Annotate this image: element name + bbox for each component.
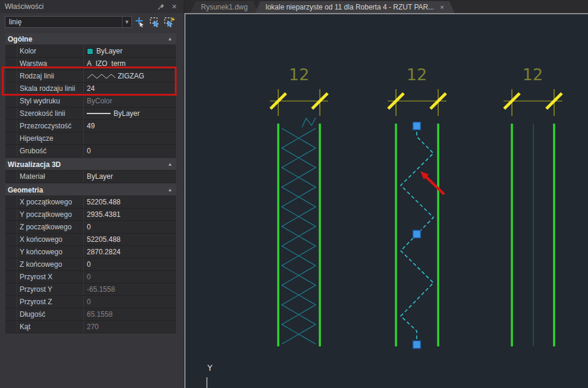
value-text: ByColor: [87, 97, 112, 105]
object-type-select[interactable]: linię ▼: [5, 16, 132, 28]
row-gutter: [5, 58, 17, 70]
property-value[interactable]: 49: [84, 120, 176, 132]
property-row: MateriałByLayer: [5, 171, 176, 183]
palette-toolbar: linię ▼: [0, 13, 184, 31]
close-icon[interactable]: ✕: [169, 2, 179, 11]
value-text: 24: [87, 84, 95, 93]
grip-handle[interactable]: [413, 122, 421, 130]
property-value[interactable]: A_IZO_term: [84, 58, 176, 70]
property-row: Kąt270: [5, 321, 176, 333]
property-row: Przyrost Z0: [5, 296, 176, 308]
drawing-canvas[interactable]: 121212Y: [184, 13, 588, 388]
property-value[interactable]: ByLayer: [84, 45, 176, 57]
property-value[interactable]: 65.1558: [84, 308, 176, 320]
property-value[interactable]: -65.1558: [84, 283, 176, 295]
property-row: Przyrost Y-65.1558: [5, 283, 176, 296]
property-value[interactable]: 24: [84, 83, 176, 94]
property-label: Z końcowego: [17, 258, 84, 270]
property-value[interactable]: 0: [84, 271, 176, 283]
row-gutter: [5, 196, 17, 208]
property-value[interactable]: ByLayer: [84, 108, 176, 119]
property-label: Y końcowego: [17, 246, 84, 258]
object-type-value: linię: [9, 18, 122, 26]
pickadd-toggle-button[interactable]: [133, 15, 147, 29]
grip-handle[interactable]: [413, 231, 421, 238]
property-label: Skala rodzaju linii: [17, 83, 84, 94]
property-value[interactable]: ByColor: [84, 95, 176, 107]
dimension-text: 12: [523, 65, 543, 84]
insulation-hatch[interactable]: [282, 128, 316, 344]
drawing-tab[interactable]: Rysunek1.dwg: [190, 1, 259, 13]
section-title: Wizualizacja 3D: [8, 160, 61, 169]
value-text: 2935.4381: [87, 210, 121, 219]
pin-icon[interactable]: [156, 2, 166, 11]
property-label: X początkowego: [17, 196, 84, 208]
row-gutter: [5, 209, 17, 220]
property-row: Z końcowego0: [5, 258, 176, 271]
property-label: Materiał: [17, 171, 84, 182]
property-value[interactable]: ZIGZAG: [84, 70, 176, 82]
property-value[interactable]: [84, 133, 176, 144]
property-value[interactable]: 2870.2824: [84, 246, 176, 258]
property-value[interactable]: 270: [84, 321, 176, 333]
row-gutter: [5, 145, 17, 157]
quick-select-button[interactable]: [162, 15, 177, 29]
value-text: 49: [87, 122, 95, 130]
row-gutter: [5, 296, 17, 308]
section-header[interactable]: Geometria▲: [5, 184, 176, 196]
property-row: Przyrost X0: [5, 271, 176, 283]
section-header[interactable]: Wizualizacja 3D▲: [5, 159, 176, 171]
value-text: ByLayer: [87, 172, 113, 181]
grip-handle[interactable]: [413, 341, 421, 349]
property-value[interactable]: 52205.488: [84, 196, 176, 208]
select-objects-button[interactable]: [147, 15, 162, 29]
row-gutter: [5, 171, 17, 182]
section-header[interactable]: Ogólne▲: [5, 33, 176, 45]
row-gutter: [5, 95, 17, 107]
drawing-tab[interactable]: lokale nieparzyste od 11 dla Roberta 4 -…: [255, 1, 455, 13]
collapse-icon[interactable]: ▲: [168, 36, 172, 42]
value-text: 0: [87, 147, 91, 155]
property-label: Kolor: [17, 45, 84, 57]
property-label: Szerokość linii: [17, 108, 84, 119]
tab-close-icon[interactable]: ×: [440, 4, 444, 11]
value-text: 0: [87, 223, 91, 231]
collapse-icon[interactable]: ▲: [168, 162, 172, 167]
property-label: Przezroczystość: [17, 120, 84, 132]
property-row: KolorByLayer: [5, 45, 176, 58]
value-text: A_IZO_term: [87, 59, 125, 68]
insulation-hatch[interactable]: [302, 118, 316, 127]
row-gutter: [5, 321, 17, 333]
property-row: Przezroczystość49: [5, 120, 176, 133]
row-gutter: [5, 258, 17, 270]
pickadd-icon: [134, 17, 145, 27]
value-text: 270: [87, 323, 99, 331]
value-text: -65.1558: [87, 285, 115, 294]
row-gutter: [5, 308, 17, 320]
property-row: Styl wydrukuByColor: [5, 95, 176, 108]
property-row: Skala rodzaju linii24: [5, 83, 176, 95]
chevron-down-icon[interactable]: ▼: [122, 17, 131, 27]
property-row: Długość65.1558: [5, 308, 176, 321]
property-value[interactable]: 0: [84, 258, 176, 270]
row-gutter: [5, 133, 17, 144]
value-text: 0: [87, 298, 91, 306]
property-value[interactable]: 0: [84, 221, 176, 233]
property-value[interactable]: 0: [84, 296, 176, 308]
palette-titlebar: Właściwości ✕: [0, 0, 184, 13]
property-row: Y końcowego2870.2824: [5, 246, 176, 258]
palette-title: Właściwości: [5, 2, 153, 11]
property-label: Długość: [17, 308, 84, 320]
collapse-icon[interactable]: ▲: [168, 187, 172, 193]
row-gutter: [5, 120, 17, 132]
property-value[interactable]: 0: [84, 145, 176, 157]
property-value[interactable]: 52205.488: [84, 234, 176, 245]
quick-select-icon: [163, 17, 175, 27]
value-text: 0: [87, 260, 91, 269]
property-label: Kąt: [17, 321, 84, 333]
property-label: Hiperłącze: [17, 133, 84, 144]
property-value[interactable]: ByLayer: [84, 171, 176, 182]
ucs-y-axis-label: Y: [207, 363, 213, 373]
value-text: 2870.2824: [87, 248, 121, 256]
property-value[interactable]: 2935.4381: [84, 209, 176, 220]
